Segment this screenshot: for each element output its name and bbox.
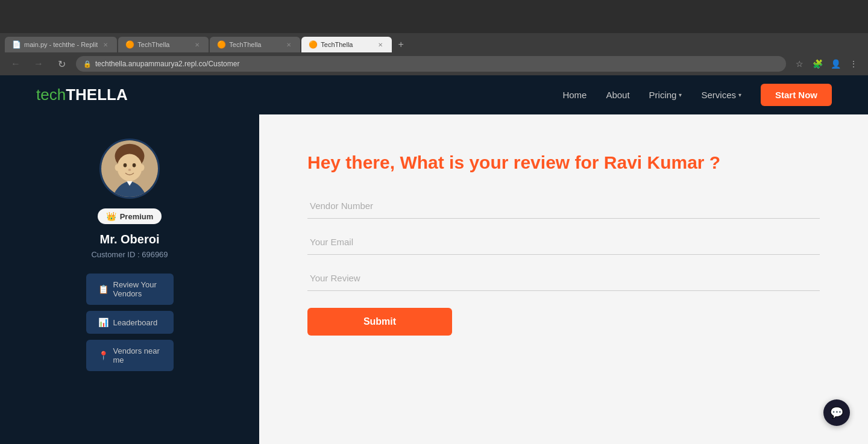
browser-icons-right: ☆ 🧩 👤 ⋮ — [792, 57, 861, 71]
tab-replit[interactable]: 📄 main.py - techthe - Replit ✕ — [5, 37, 117, 52]
tab-techthella-2[interactable]: 🟠 TechThella ✕ — [210, 37, 300, 52]
bookmark-icon[interactable]: ☆ — [792, 57, 807, 71]
page-wrapper: techTHELLA Home About Pricing ▾ Services… — [0, 75, 868, 444]
tab-favicon: 🟠 — [309, 40, 317, 49]
forward-button[interactable]: → — [30, 55, 47, 72]
review-vendors-icon: 📋 — [98, 284, 108, 294]
vendors-near-me-button[interactable]: 📍 Vendors near me — [86, 340, 174, 371]
lock-icon: 🔒 — [83, 60, 92, 68]
email-input[interactable] — [307, 230, 820, 255]
submit-button[interactable]: Submit — [307, 308, 452, 336]
svg-point-3 — [124, 163, 127, 167]
tab-techthella-1[interactable]: 🟠 TechThella ✕ — [118, 37, 209, 52]
tab-techthella-3[interactable]: 🟠 TechThella ✕ — [301, 37, 392, 52]
address-bar[interactable]: 🔒 techthella.anupammaurya2.repl.co/Custo… — [76, 56, 786, 72]
vendors-near-me-icon: 📍 — [98, 351, 108, 360]
nav-services-label: Services — [701, 90, 736, 100]
main-content: 👑 Premium Mr. Oberoi Customer ID : 69696… — [0, 114, 868, 444]
review-group — [307, 266, 820, 291]
nav-about[interactable]: About — [606, 90, 629, 100]
tab-close[interactable]: ✕ — [285, 40, 293, 49]
review-vendors-label: Review Your Vendors — [113, 280, 162, 298]
crown-icon: 👑 — [106, 211, 116, 221]
new-tab-button[interactable]: + — [393, 37, 409, 52]
user-name: Mr. Oberoi — [100, 233, 160, 246]
vendor-number-group — [307, 193, 820, 219]
svg-point-6 — [115, 164, 120, 170]
logo-thella: THELLA — [66, 86, 128, 104]
avatar-svg — [101, 140, 158, 197]
nav-services[interactable]: Services ▾ — [701, 90, 741, 100]
pricing-chevron-down-icon: ▾ — [679, 92, 682, 98]
tab-close[interactable]: ✕ — [101, 40, 110, 49]
address-bar-row: ← → ↻ 🔒 techthella.anupammaurya2.repl.co… — [0, 52, 868, 75]
nav-pricing[interactable]: Pricing ▾ — [649, 90, 682, 100]
tab-favicon: 🟠 — [125, 40, 134, 49]
review-form: Submit — [307, 193, 820, 336]
back-button[interactable]: ← — [7, 55, 24, 72]
tab-title: TechThella — [229, 41, 281, 48]
chat-bubble-button[interactable]: 💬 — [823, 399, 850, 426]
tab-favicon: 🟠 — [217, 40, 225, 49]
address-text: techthella.anupammaurya2.repl.co/Custome… — [95, 60, 239, 68]
review-area: Hey there, What is your review for Ravi … — [259, 114, 868, 444]
extensions-icon[interactable]: 🧩 — [810, 57, 825, 71]
premium-badge: 👑 Premium — [98, 208, 162, 224]
customer-id: Customer ID : 696969 — [91, 250, 168, 259]
tab-close[interactable]: ✕ — [376, 40, 385, 49]
chat-icon: 💬 — [830, 406, 843, 419]
nav-links: Home About Pricing ▾ Services ▾ Start No… — [562, 84, 832, 106]
profile-icon[interactable]: 👤 — [828, 57, 843, 71]
browser-chrome — [0, 0, 868, 33]
tab-close[interactable]: ✕ — [193, 40, 201, 49]
leaderboard-button[interactable]: 📊 Leaderboard — [86, 311, 174, 334]
nav-home[interactable]: Home — [562, 90, 587, 100]
leaderboard-icon: 📊 — [98, 317, 108, 327]
nav-pricing-label: Pricing — [649, 90, 677, 100]
start-now-button[interactable]: Start Now — [761, 84, 832, 106]
svg-point-5 — [128, 169, 131, 171]
avatar — [99, 139, 160, 199]
review-input[interactable] — [307, 266, 820, 291]
tabs-bar: 📄 main.py - techthe - Replit ✕ 🟠 TechThe… — [0, 33, 868, 52]
tab-title: TechThella — [137, 41, 189, 48]
refresh-button[interactable]: ↻ — [53, 55, 70, 72]
vendors-near-me-label: Vendors near me — [113, 346, 162, 364]
tab-title: main.py - techthe - Replit — [24, 41, 98, 48]
menu-icon[interactable]: ⋮ — [846, 57, 861, 71]
email-group — [307, 230, 820, 255]
logo-tech: tech — [36, 86, 66, 104]
leaderboard-label: Leaderboard — [113, 318, 158, 327]
review-vendors-button[interactable]: 📋 Review Your Vendors — [86, 274, 174, 305]
premium-label: Premium — [120, 212, 154, 221]
svg-point-4 — [133, 163, 136, 167]
review-title: Hey there, What is your review for Ravi … — [307, 151, 820, 174]
tab-favicon: 📄 — [12, 40, 20, 49]
vendor-number-input[interactable] — [307, 193, 820, 219]
tab-title: TechThella — [321, 41, 373, 48]
svg-point-2 — [117, 154, 142, 181]
services-chevron-down-icon: ▾ — [738, 92, 741, 98]
navbar: techTHELLA Home About Pricing ▾ Services… — [0, 75, 868, 114]
svg-point-7 — [140, 164, 145, 170]
sidebar: 👑 Premium Mr. Oberoi Customer ID : 69696… — [0, 114, 259, 444]
logo: techTHELLA — [36, 86, 128, 104]
